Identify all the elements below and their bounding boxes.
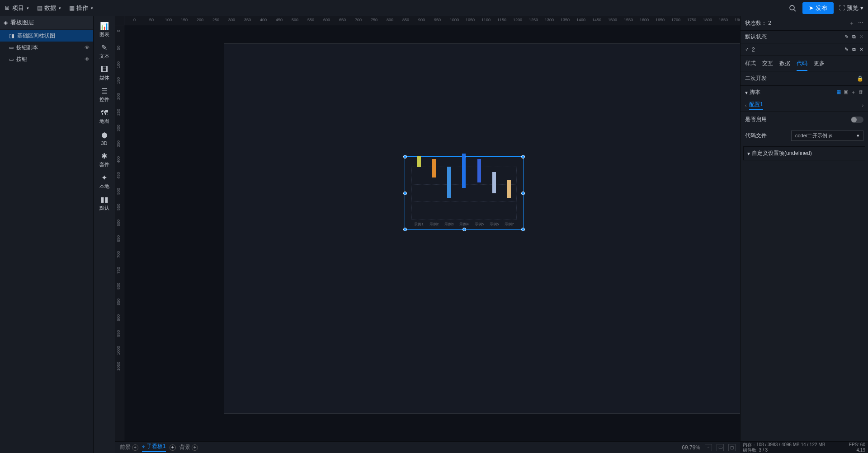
comp-media[interactable]: 🎞媒体	[94, 62, 115, 84]
x-label: 示例4	[459, 222, 468, 227]
more-icon[interactable]: ⋯	[858, 19, 863, 27]
range-bar-chart: 示例1示例2示例3示例4示例5示例6示例7	[405, 157, 523, 229]
comp-suite[interactable]: ✱套件	[94, 149, 115, 171]
chevron-down-icon: ▾	[745, 89, 748, 96]
layer-label: 按钮副本	[16, 44, 38, 51]
canvas-area[interactable]: 0501001502002503003504004505005506006507…	[115, 16, 740, 453]
state-count-value: 2	[768, 20, 771, 26]
property-tabs: 样式 交互 数据 代码 更多	[741, 56, 868, 71]
add-icon[interactable]: +	[192, 444, 198, 451]
tab-subboard[interactable]: ⌖ 子看板1	[142, 443, 166, 452]
comp-chart[interactable]: 📊图表	[94, 19, 115, 41]
status-version: 4.19	[857, 448, 865, 453]
layer-row-button[interactable]: ▭ 按钮 👁	[0, 53, 93, 65]
state-default[interactable]: 默认状态 ✎ ⧉ ✕	[741, 31, 868, 43]
button-icon: ▭	[9, 45, 14, 51]
add-tab-icon[interactable]: +	[170, 444, 176, 451]
database-icon: ▤	[37, 5, 42, 11]
x-label: 示例7	[505, 222, 514, 227]
grid-icon[interactable]: ▦	[836, 89, 841, 96]
bottom-tabs: 前景 + ⌖ 子看板1 + 背景 + 69.79% ▫ ▭ ◻	[115, 441, 740, 453]
map-icon: 🗺	[101, 109, 108, 117]
copy-icon[interactable]: ⧉	[852, 34, 856, 40]
config-tab-1[interactable]: 配置1	[749, 101, 763, 110]
ruler-corner	[115, 16, 124, 25]
menubar-right: ➤ 发布 ⛶ 预览 ▾	[788, 2, 863, 14]
selected-element[interactable]: 示例1示例2示例3示例4示例5示例6示例7	[405, 156, 524, 230]
svg-point-0	[790, 5, 794, 10]
chevron-down-icon: ▾	[857, 133, 859, 139]
comp-3d[interactable]: ⬢3D	[94, 127, 115, 149]
edit-icon[interactable]: ✎	[844, 47, 849, 52]
status-bar: 内存：108 / 3983 / 4096 MB 14 / 122 MB FPS:…	[740, 441, 868, 453]
comp-local[interactable]: ✦本地	[94, 171, 115, 192]
tab-background[interactable]: 背景 +	[179, 444, 198, 451]
add-state-icon[interactable]: ＋	[849, 19, 854, 27]
puzzle-icon: ✦	[101, 173, 107, 182]
tab-more[interactable]: 更多	[814, 60, 825, 71]
fullscreen-icon[interactable]: ◻	[728, 444, 736, 451]
tab-foreground[interactable]: 前景 +	[120, 444, 138, 451]
script-section[interactable]: ▾ 脚本 ▦ ▣ ＋ 🗑	[741, 86, 868, 99]
ruler-vertical: 0501001502002503003504004505005506006507…	[115, 25, 124, 442]
edit-icon[interactable]: ✎	[844, 34, 849, 40]
preview-button[interactable]: ⛶ 预览 ▾	[839, 4, 863, 12]
x-label: 示例6	[490, 222, 499, 227]
actual-size-icon[interactable]: ▭	[717, 444, 724, 451]
tab-data[interactable]: 数据	[779, 60, 790, 71]
chart-bar	[507, 180, 511, 198]
custom-settings-row[interactable]: ▾ 自定义设置项(undefined)	[743, 146, 865, 160]
tabs-left: 前景 + ⌖ 子看板1 + 背景 +	[120, 443, 198, 452]
x-label: 示例3	[444, 222, 453, 227]
button-icon: ▭	[9, 56, 14, 62]
layer-row-chart[interactable]: ▯▮ 基础区间柱状图	[0, 30, 93, 42]
chart-bars	[411, 167, 517, 219]
tab-style[interactable]: 样式	[745, 60, 756, 71]
top-menubar: 🗎 项目 ▾ ▤ 数据 ▾ ▦ 操作 ▾ ➤ 发布 ⛶ 预览 ▾	[0, 0, 868, 16]
codefile-select[interactable]: code/二开示例.js ▾	[791, 131, 863, 141]
menu-project[interactable]: 🗎 项目 ▾	[5, 4, 29, 12]
fit-icon[interactable]: ▫	[705, 444, 712, 451]
layer-label: 按钮	[16, 56, 27, 63]
comp-text[interactable]: ✎文本	[94, 41, 115, 62]
eye-icon[interactable]: 👁	[85, 45, 90, 50]
layer-panel-header: ◈ 看板图层	[0, 16, 93, 29]
state-2[interactable]: ✓ 2 ✎ ⧉ ✕	[741, 43, 868, 56]
ruler-horizontal: 0501001502002503003504004505005506006507…	[124, 16, 740, 25]
comp-control[interactable]: ☰控件	[94, 84, 115, 106]
chevron-right-icon[interactable]: ›	[862, 103, 863, 108]
component-bar: 📊图表 ✎文本 🎞媒体 ☰控件 🗺地图 ⬢3D ✱套件 ✦本地 ▮▮默认	[94, 16, 115, 453]
media-icon: 🎞	[101, 65, 108, 74]
layer-panel-title: 看板图层	[10, 19, 34, 27]
chart-bar	[417, 156, 421, 167]
close-icon[interactable]: ✕	[859, 47, 863, 52]
copy-icon[interactable]: ⧉	[852, 47, 856, 52]
comp-default[interactable]: ▮▮默认	[94, 192, 115, 214]
delete-icon[interactable]: 🗑	[859, 89, 863, 96]
state-count-row: 状态数： 2 ＋ ⋯	[741, 16, 868, 31]
layer-row-button-copy[interactable]: ▭ 按钮副本 👁	[0, 42, 93, 53]
add-icon[interactable]: +	[132, 444, 138, 451]
chevron-down-icon: ▾	[747, 150, 750, 157]
publish-button[interactable]: ➤ 发布	[802, 2, 834, 14]
tab-code[interactable]: 代码	[797, 60, 807, 71]
add-icon[interactable]: ＋	[851, 89, 856, 96]
tab-interact[interactable]: 交互	[762, 60, 773, 71]
config-tabs: ‹ 配置1 ›	[741, 99, 868, 112]
comp-map[interactable]: 🗺地图	[94, 106, 115, 127]
file-icon: 🗎	[5, 5, 10, 11]
layout-icon[interactable]: ▣	[844, 89, 848, 96]
chevron-left-icon[interactable]: ‹	[745, 103, 746, 108]
enable-toggle[interactable]	[851, 117, 863, 123]
eye-icon[interactable]: 👁	[85, 56, 90, 62]
lock-icon[interactable]: 🔒	[857, 75, 863, 82]
menu-operate[interactable]: ▦ 操作 ▾	[69, 4, 93, 12]
chart-x-labels: 示例1示例2示例3示例4示例5示例6示例7	[411, 222, 517, 227]
chart-bar	[432, 159, 436, 177]
bar-chart-icon: ▯▮	[9, 33, 14, 39]
search-icon[interactable]	[788, 4, 797, 13]
control-icon: ☰	[101, 87, 108, 95]
menu-data[interactable]: ▤ 数据 ▾	[37, 4, 61, 12]
text-icon: ✎	[101, 43, 107, 52]
chart-bar	[447, 167, 451, 198]
